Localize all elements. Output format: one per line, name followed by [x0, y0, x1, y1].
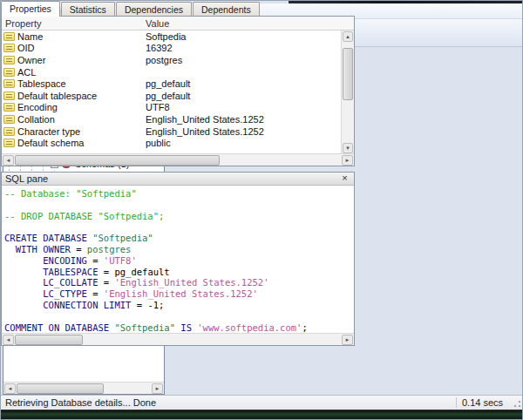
sql-line: LC_COLLATE = 'English_United States.1252… [4, 277, 352, 288]
property-name: Encoding [17, 102, 58, 112]
sql-token: "Softpedia" [114, 322, 175, 333]
scroll-left-icon[interactable]: ◄ [4, 383, 16, 394]
tab-statistics[interactable]: Statistics [61, 2, 115, 17]
property-value: pg_default [144, 78, 341, 89]
property-row-default-tablespace[interactable]: Default tablespacepg_default [2, 90, 341, 102]
tab-dependencies[interactable]: Dependencies [116, 2, 192, 17]
sql-token: postgres [87, 244, 132, 254]
property-row-owner[interactable]: Ownerpostgres [2, 54, 341, 66]
scrollbar-thumb[interactable] [15, 335, 83, 345]
sql-line: CONNECTION LIMIT = -1; [4, 300, 352, 311]
properties-grid-header: Property Value [2, 17, 354, 30]
property-row-tablespace[interactable]: Tablespacepg_default [2, 78, 341, 90]
property-icon [3, 139, 15, 147]
sql-line [4, 200, 352, 211]
sql-token: -- Database: "Softpedia" [4, 188, 137, 199]
sql-token: LC_CTYPE [43, 288, 87, 299]
sql-line: CREATE DATABASE "Softpedia" [4, 233, 352, 244]
sql-horizontal-scrollbar[interactable]: ◄ ► [2, 333, 354, 345]
property-name-cell: Encoding [2, 102, 144, 112]
scrollbar-thumb[interactable] [15, 155, 220, 166]
scroll-left-icon[interactable]: ◄ [3, 335, 14, 345]
tab-dependents[interactable]: Dependents [193, 2, 260, 17]
sql-token: 'www.softpedia.com' [197, 322, 302, 333]
properties-grid-body: NameSoftpediaOID16392OwnerpostgresACLTab… [2, 30, 354, 153]
property-icon [3, 56, 15, 64]
sql-line: LC_CTYPE = 'English_United States.1252' [4, 288, 352, 300]
sql-token: ; [302, 322, 307, 333]
property-row-oid[interactable]: OID16392 [2, 43, 341, 55]
property-name-cell: Collation [2, 114, 144, 125]
sql-token [4, 288, 43, 299]
detail-tabs: PropertiesStatisticsDependenciesDependen… [1, 1, 261, 17]
sql-line [4, 311, 352, 322]
sql-token: = [87, 288, 104, 299]
tab-properties[interactable]: Properties [1, 1, 60, 17]
sql-token: CREATE DATABASE [4, 233, 92, 243]
sql-token: "Softpedia" [92, 233, 153, 243]
property-name: Collation [17, 114, 55, 125]
tree-horizontal-scrollbar[interactable]: ◄ ► [3, 382, 164, 394]
property-name: Default schema [17, 138, 84, 148]
value-column-header[interactable]: Value [144, 18, 341, 29]
property-row-collation[interactable]: CollationEnglish_United States.1252 [2, 113, 341, 125]
sql-token: pg_default [114, 267, 169, 277]
property-value: English_United States.1252 [144, 114, 341, 125]
sql-line: TABLESPACE = pg_default [4, 267, 352, 278]
property-value: pg_default [144, 91, 341, 101]
property-name: Character type [17, 126, 80, 137]
sql-line: ENCODING = 'UTF8' [4, 255, 352, 267]
pgadmin-window: FileEditPluginsViewToolsHelp ♻SQL▼? Obje… [0, 0, 523, 420]
sql-token: CONNECTION LIMIT [43, 300, 131, 310]
property-name-cell: ACL [2, 67, 144, 78]
scroll-right-icon[interactable]: ► [152, 383, 163, 394]
sql-token [4, 277, 43, 288]
property-icon [3, 91, 15, 100]
sql-token: = -1; [131, 300, 164, 310]
sql-line [4, 221, 352, 233]
property-value: postgres [144, 55, 341, 65]
sql-token: 'English_United States.1252' [114, 277, 268, 288]
close-icon[interactable]: × [339, 173, 350, 185]
sql-line: COMMENT ON DATABASE "Softpedia" IS 'www.… [4, 322, 352, 333]
property-icon [3, 115, 15, 124]
property-value: UTF8 [144, 102, 341, 112]
property-row-default-schema[interactable]: Default schemapublic [2, 137, 341, 149]
scrollbar-thumb[interactable] [17, 383, 104, 394]
property-row-acl[interactable]: ACL [2, 66, 341, 78]
properties-horizontal-scrollbar[interactable]: ◄ ► [2, 153, 354, 166]
sql-token: 'English_United States.1252' [104, 288, 258, 299]
scroll-left-icon[interactable]: ◄ [3, 155, 14, 166]
sql-token: = [71, 244, 87, 254]
sql-token: IS [175, 322, 197, 333]
property-icon [3, 32, 15, 41]
scroll-down-icon[interactable]: ▼ [343, 143, 353, 153]
sql-pane: SQL pane × -- Database: "Softpedia" -- D… [1, 172, 355, 346]
property-name-cell: Default tablespace [2, 91, 144, 101]
scroll-right-icon[interactable]: ► [342, 155, 353, 166]
property-icon [3, 79, 15, 88]
scrollbar-thumb[interactable] [343, 48, 353, 100]
property-name-cell: Default schema [2, 138, 144, 148]
property-row-encoding[interactable]: EncodingUTF8 [2, 102, 341, 114]
sql-line: WITH OWNER = postgres [4, 244, 352, 255]
property-value: English_United States.1252 [144, 126, 341, 137]
property-name-cell: Tablespace [2, 78, 144, 89]
properties-vertical-scrollbar[interactable]: ▲ ▼ [341, 30, 354, 154]
property-row-character-type[interactable]: Character typeEnglish_United States.1252 [2, 125, 341, 138]
property-column-header[interactable]: Property [2, 18, 144, 29]
sql-token: = [98, 277, 114, 288]
property-name: Tablespace [17, 78, 66, 89]
property-icon [3, 44, 15, 52]
sql-token: 'UTF8' [104, 255, 137, 266]
scroll-right-icon[interactable]: ► [342, 335, 353, 345]
sql-token: = [98, 267, 114, 277]
sql-token [4, 255, 43, 266]
property-row-name[interactable]: NameSoftpedia [2, 30, 341, 43]
resize-grip-icon[interactable] [510, 396, 522, 410]
background-window-edge-bottom [1, 410, 522, 420]
property-icon [3, 103, 15, 112]
scroll-up-icon[interactable]: ▲ [343, 31, 353, 42]
property-name: Default tablespace [17, 91, 97, 101]
status-message: Retrieving Database details... Done [1, 397, 456, 408]
